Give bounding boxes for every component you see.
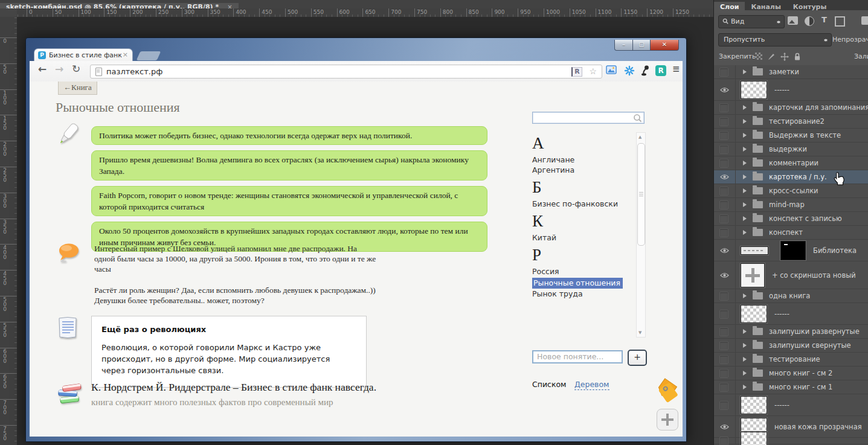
visibility-toggle[interactable]: [714, 353, 736, 366]
filter-type-dropdown[interactable]: Вид: [718, 15, 785, 28]
index-item[interactable]: Рыночные отношения: [532, 278, 623, 289]
layer-row-выдержки[interactable]: выдержки: [714, 142, 868, 156]
close-button[interactable]: ✕: [650, 40, 679, 51]
visibility-toggle[interactable]: [714, 142, 736, 156]
layer-row-кросс-ссылки[interactable]: кросс-ссылки: [714, 184, 868, 198]
menu-icon[interactable]: ≡: [672, 63, 680, 74]
layer-name[interactable]: тестирование: [769, 355, 820, 363]
index-item[interactable]: Бизнес по-фанковски: [532, 199, 634, 209]
r-app-extension-icon[interactable]: R: [655, 65, 666, 76]
index-scrollbar[interactable]: ▲ ▼: [636, 132, 646, 338]
layer-name[interactable]: Выдержки в тексте: [769, 131, 841, 139]
layer-name[interactable]: конспект с записью: [769, 214, 842, 223]
view-as-list-label[interactable]: Списком: [532, 380, 567, 389]
layer-name[interactable]: карточки для запоминания: [769, 103, 868, 112]
add-item-button[interactable]: [657, 409, 678, 431]
index-item[interactable]: Рынок труда: [532, 289, 634, 299]
visibility-toggle[interactable]: [714, 198, 736, 211]
browser-tab[interactable]: P Бизнес в стиле фанк ×: [34, 48, 133, 62]
visibility-toggle[interactable]: [714, 129, 736, 142]
expand-triangle-icon[interactable]: [743, 329, 749, 334]
expand-triangle-icon[interactable]: [743, 343, 749, 348]
maximize-button[interactable]: ▢: [632, 40, 651, 51]
visibility-toggle[interactable]: [714, 226, 736, 239]
layer-name[interactable]: mind-map: [769, 200, 805, 209]
visibility-toggle[interactable]: [714, 156, 736, 170]
layer-row-новая кожа прозрачная[interactable]: новая кожа прозрачная: [714, 416, 868, 438]
bookmark-star-icon[interactable]: ☆: [589, 66, 597, 76]
visibility-toggle[interactable]: [714, 339, 736, 352]
layer-row-+ со скриншота новый[interactable]: + со скриншота новый: [714, 261, 868, 289]
layer-row-------[interactable]: ------: [714, 303, 868, 325]
layer-row-карточки для запоминания[interactable]: карточки для запоминания: [714, 101, 868, 115]
layer-name[interactable]: Библиотека: [813, 246, 857, 255]
expand-triangle-icon[interactable]: [743, 357, 749, 362]
expand-triangle-icon[interactable]: [743, 147, 749, 152]
lock-position-icon[interactable]: [780, 53, 789, 61]
layer-name[interactable]: залипушки развернутые: [769, 327, 860, 336]
expand-triangle-icon[interactable]: [743, 188, 749, 193]
index-item[interactable]: Китай: [532, 232, 634, 243]
lock-transparency-icon[interactable]: [755, 53, 762, 60]
filter-shape-layers-icon[interactable]: [835, 16, 845, 27]
visibility-toggle[interactable]: [714, 184, 736, 197]
visibility-toggle[interactable]: [714, 367, 736, 380]
layer-row-заметки[interactable]: заметки: [714, 65, 868, 79]
layer-name[interactable]: + со скриншота новый: [772, 271, 856, 280]
layer-row-много книг - см 1[interactable]: много книг - см 1: [714, 380, 868, 394]
tag-icon[interactable]: [655, 377, 681, 408]
expand-triangle-icon[interactable]: [743, 293, 749, 298]
visibility-toggle[interactable]: [714, 212, 736, 225]
reload-icon[interactable]: ↻: [72, 63, 80, 75]
layer-mask-thumbnail[interactable]: [780, 241, 806, 260]
layer-name[interactable]: выдержки: [769, 145, 807, 153]
expand-triangle-icon[interactable]: [743, 69, 749, 74]
visibility-toggle[interactable]: [714, 303, 736, 324]
expand-triangle-icon[interactable]: [743, 161, 749, 165]
layer-name[interactable]: ------: [774, 310, 789, 318]
layer-name[interactable]: одна книга: [769, 292, 810, 300]
highlight-block-1[interactable]: Политика может победить бизнес, однако т…: [91, 126, 487, 145]
layer-row-картотека / п.у.[interactable]: картотека / п.у.: [714, 170, 868, 184]
filter-type-layers-icon[interactable]: T: [821, 15, 827, 24]
expand-triangle-icon[interactable]: [743, 133, 749, 138]
layer-row-тестирование2[interactable]: тестирование2: [714, 115, 868, 129]
visibility-toggle[interactable]: [714, 289, 736, 303]
layer-row-много книг - см 2[interactable]: много книг - см 2: [714, 367, 868, 380]
eye-icon[interactable]: [714, 416, 736, 437]
layer-name[interactable]: конспект: [769, 228, 803, 237]
layer-row-залипушки развернутые[interactable]: залипушки развернутые: [714, 325, 868, 339]
layer-name[interactable]: заметки: [769, 68, 799, 76]
url-text[interactable]: пазлтекст.рф: [106, 67, 162, 76]
layer-row-Библиотека[interactable]: Библиотека: [714, 240, 868, 261]
eye-icon[interactable]: [714, 240, 736, 261]
layer-row-Выдержки в тексте[interactable]: Выдержки в тексте: [714, 129, 868, 142]
filter-smart-objects-icon[interactable]: [861, 16, 868, 25]
layer-name[interactable]: много книг - см 2: [769, 369, 832, 377]
expand-triangle-icon[interactable]: [743, 385, 749, 389]
layer-thumbnail[interactable]: [741, 263, 765, 287]
layer-name[interactable]: ------: [774, 86, 789, 94]
layer-name[interactable]: ------: [774, 401, 789, 409]
scroll-down-icon[interactable]: ▼: [638, 330, 641, 335]
index-item[interactable]: Аргентина: [532, 165, 634, 175]
forward-icon[interactable]: →: [55, 63, 63, 75]
eye-icon[interactable]: [714, 79, 736, 100]
visibility-toggle[interactable]: [714, 101, 736, 114]
layer-row-------[interactable]: ------: [714, 79, 868, 101]
image-extension-icon[interactable]: [606, 65, 617, 77]
layer-name[interactable]: много книг - см 1: [769, 383, 832, 391]
search-input[interactable]: [532, 112, 645, 124]
eye-icon[interactable]: [714, 170, 736, 184]
index-item[interactable]: Россия: [532, 266, 634, 277]
index-item[interactable]: Англичане: [532, 155, 634, 165]
layer-name[interactable]: картотека / п.у.: [769, 173, 827, 181]
highlight-block-3[interactable]: Faith Popcorn, говорит о новом тренде: ж…: [91, 186, 487, 216]
expand-triangle-icon[interactable]: [743, 202, 749, 207]
scroll-up-icon[interactable]: ▲: [638, 135, 641, 139]
address-bar[interactable]: пазлтекст.рф R ☆: [90, 65, 602, 78]
layer-thumbnail[interactable]: [741, 246, 768, 255]
layer-row-залипушки свернутые[interactable]: залипушки свернутые: [714, 339, 868, 353]
back-icon[interactable]: ←: [38, 63, 47, 75]
visibility-toggle[interactable]: [714, 115, 736, 128]
